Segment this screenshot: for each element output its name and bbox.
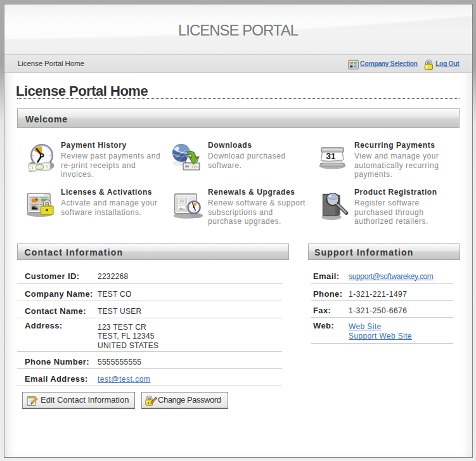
svg-text:31: 31 — [326, 151, 336, 161]
